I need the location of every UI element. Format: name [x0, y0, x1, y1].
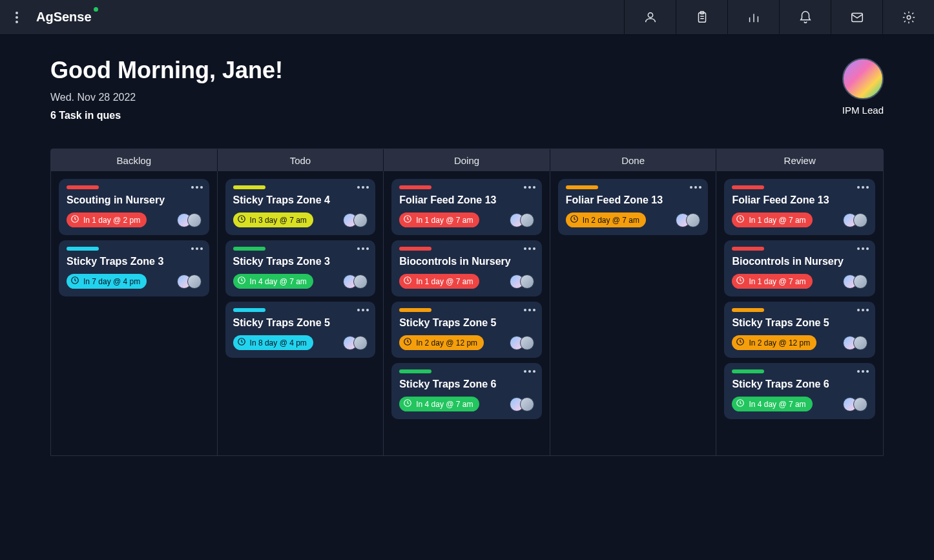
card-footer: In 2 day @ 12 pm: [399, 335, 534, 350]
card-menu-icon[interactable]: [356, 183, 370, 192]
column-doing: DoingFoliar Feed Zone 13In 1 day @ 7 amB…: [384, 149, 550, 455]
card-title: Sticky Traps Zone 6: [399, 379, 534, 390]
column-body: Foliar Feed Zone 13In 1 day @ 7 amBiocon…: [384, 171, 550, 455]
task-card[interactable]: Sticky Traps Zone 6In 4 day @ 7 am: [391, 363, 542, 419]
card-menu-icon[interactable]: [523, 244, 537, 253]
assignee-avatar[interactable]: [353, 213, 368, 227]
card-menu-icon[interactable]: [856, 306, 870, 315]
card-menu-icon[interactable]: [356, 244, 370, 253]
column-header: Doing: [384, 149, 550, 171]
due-pill: In 4 day @ 7 am: [399, 397, 479, 411]
assignee-avatars[interactable]: [510, 213, 534, 227]
card-tag: [732, 185, 764, 189]
assignee-avatars[interactable]: [510, 336, 534, 350]
due-text: In 3 day @ 7 am: [250, 216, 307, 225]
card-menu-icon[interactable]: [190, 244, 204, 253]
due-text: In 1 day @ 7 am: [749, 216, 805, 225]
task-card[interactable]: Sticky Traps Zone 5In 2 day @ 12 pm: [724, 302, 875, 358]
assignee-avatar[interactable]: [187, 213, 202, 227]
due-text: In 7 day @ 4 pm: [83, 277, 140, 286]
clock-icon: [403, 399, 412, 410]
card-menu-icon[interactable]: [523, 183, 537, 192]
assignee-avatar[interactable]: [686, 213, 700, 227]
assignee-avatars[interactable]: [177, 213, 202, 227]
assignee-avatar[interactable]: [353, 275, 368, 289]
column-header: Review: [716, 149, 883, 171]
assignee-avatars[interactable]: [510, 397, 534, 411]
card-menu-icon[interactable]: [523, 306, 537, 315]
profile-block[interactable]: IPM Lead: [842, 58, 884, 116]
column-review: ReviewFoliar Feed Zone 13In 1 day @ 7 am…: [716, 149, 883, 455]
avatar[interactable]: [842, 58, 884, 99]
column-header: Done: [550, 149, 717, 171]
assignee-avatar[interactable]: [520, 275, 534, 289]
task-card[interactable]: Biocontrols in NurseryIn 1 day @ 7 am: [391, 240, 542, 296]
card-tag: [566, 185, 598, 189]
card-menu-icon[interactable]: [856, 244, 870, 253]
card-menu-icon[interactable]: [190, 183, 204, 192]
task-card[interactable]: Sticky Traps Zone 5In 2 day @ 12 pm: [391, 302, 542, 358]
app-menu-icon[interactable]: [9, 10, 25, 25]
brand[interactable]: AgSense: [36, 10, 92, 25]
task-card[interactable]: Biocontrols in NurseryIn 1 day @ 7 am: [724, 240, 875, 296]
task-card[interactable]: Foliar Feed Zone 13In 1 day @ 7 am: [724, 179, 875, 235]
assignee-avatars[interactable]: [343, 213, 368, 227]
card-menu-icon[interactable]: [356, 306, 370, 315]
assignee-avatar[interactable]: [520, 397, 534, 411]
assignee-avatars[interactable]: [843, 275, 867, 289]
user-icon[interactable]: [624, 0, 676, 34]
gear-icon[interactable]: [882, 0, 934, 34]
assignee-avatar[interactable]: [853, 336, 867, 350]
due-pill: In 4 day @ 7 am: [732, 397, 812, 411]
column-body: Sticky Traps Zone 4In 3 day @ 7 amSticky…: [218, 171, 384, 455]
assignee-avatar[interactable]: [520, 336, 534, 350]
assignee-avatar[interactable]: [853, 213, 867, 227]
task-card[interactable]: Foliar Feed Zone 13In 2 day @ 7 am: [558, 179, 709, 235]
task-card[interactable]: Sticky Traps Zone 3In 4 day @ 7 am: [225, 240, 376, 296]
task-card[interactable]: Scouting in NurseryIn 1 day @ 2 pm: [59, 179, 209, 235]
assignee-avatar[interactable]: [853, 275, 867, 289]
assignee-avatars[interactable]: [343, 336, 368, 350]
card-title: Biocontrols in Nursery: [399, 256, 534, 267]
task-card[interactable]: Sticky Traps Zone 4In 3 day @ 7 am: [225, 179, 376, 235]
clipboard-icon[interactable]: [676, 0, 727, 34]
assignee-avatars[interactable]: [843, 397, 867, 411]
user-role: IPM Lead: [842, 105, 884, 116]
mail-icon[interactable]: [831, 0, 882, 34]
clock-icon: [570, 214, 579, 225]
task-card[interactable]: Sticky Traps Zone 3In 7 day @ 4 pm: [59, 240, 209, 296]
card-title: Sticky Traps Zone 5: [399, 317, 534, 329]
task-card[interactable]: Sticky Traps Zone 5In 8 day @ 4 pm: [225, 302, 376, 358]
card-footer: In 4 day @ 7 am: [732, 397, 867, 411]
assignee-avatar[interactable]: [853, 397, 867, 411]
assignee-avatars[interactable]: [676, 213, 700, 227]
column-body: Foliar Feed Zone 13In 1 day @ 7 amBiocon…: [716, 171, 883, 455]
due-pill: In 1 day @ 7 am: [732, 274, 812, 289]
tasks-in-queue: 6 Task in ques: [50, 110, 283, 121]
bell-icon[interactable]: [779, 0, 831, 34]
assignee-avatar[interactable]: [520, 213, 534, 227]
card-menu-icon[interactable]: [856, 183, 870, 192]
due-text: In 1 day @ 7 am: [416, 277, 473, 286]
bar-chart-icon[interactable]: [727, 0, 779, 34]
card-menu-icon[interactable]: [523, 367, 537, 376]
card-menu-icon[interactable]: [856, 367, 870, 376]
task-card[interactable]: Foliar Feed Zone 13In 1 day @ 7 am: [391, 179, 542, 235]
assignee-avatars[interactable]: [343, 275, 368, 289]
due-pill: In 2 day @ 7 am: [566, 213, 646, 227]
card-tag: [732, 369, 764, 373]
due-pill: In 2 day @ 12 pm: [732, 335, 816, 350]
column-body: Scouting in NurseryIn 1 day @ 2 pmSticky…: [51, 171, 218, 455]
due-pill: In 1 day @ 7 am: [399, 274, 479, 289]
assignee-avatars[interactable]: [510, 275, 534, 289]
clock-icon: [403, 214, 412, 225]
assignee-avatars[interactable]: [177, 275, 202, 289]
assignee-avatar[interactable]: [353, 336, 368, 350]
assignee-avatars[interactable]: [843, 213, 867, 227]
task-card[interactable]: Sticky Traps Zone 6In 4 day @ 7 am: [724, 363, 875, 419]
assignee-avatar[interactable]: [187, 275, 202, 289]
card-tag: [399, 185, 431, 189]
assignee-avatars[interactable]: [843, 336, 867, 350]
card-tag: [233, 185, 265, 189]
card-menu-icon[interactable]: [689, 183, 703, 192]
